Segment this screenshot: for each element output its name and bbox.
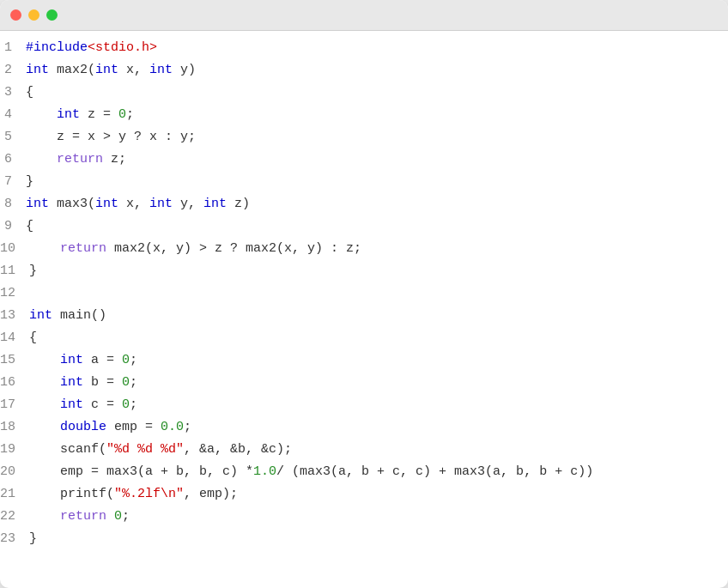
maximize-button[interactable] xyxy=(46,9,58,21)
line-number: 14 xyxy=(0,330,29,345)
token: return xyxy=(60,241,106,256)
token: int xyxy=(57,107,80,122)
code-line: 12 xyxy=(0,285,728,307)
line-number: 10 xyxy=(0,241,29,256)
code-line: 20 emp = max3(a + b, b, c) *1.0/ (max3(a… xyxy=(0,464,728,486)
code-line: 3{ xyxy=(0,84,728,106)
token: int xyxy=(60,397,83,412)
line-content: scanf("%d %d %d", &a, &b, &c); xyxy=(29,442,292,457)
token: int xyxy=(149,63,173,77)
token: max2( xyxy=(49,63,95,77)
line-number: 8 xyxy=(0,197,26,211)
line-number: 4 xyxy=(0,107,26,122)
token xyxy=(29,241,60,256)
token: z = x > y ? x : y; xyxy=(26,130,196,144)
token: int xyxy=(26,197,49,211)
code-editor[interactable]: 1#include<stdio.h>2int max2(int x, int y… xyxy=(0,31,728,561)
token: ; xyxy=(122,509,130,524)
line-content: } xyxy=(26,174,33,189)
line-content: { xyxy=(26,219,33,233)
token: { xyxy=(26,219,33,233)
token: ; xyxy=(184,420,191,434)
token: b = xyxy=(83,375,122,390)
code-line: 23} xyxy=(0,530,728,553)
close-button[interactable] xyxy=(10,9,21,21)
token: { xyxy=(26,85,33,100)
code-line: 4 int z = 0; xyxy=(0,106,728,129)
line-number: 3 xyxy=(0,85,26,100)
line-content: emp = max3(a + b, b, c) *1.0/ (max3(a, b… xyxy=(29,464,593,479)
code-line: 7} xyxy=(0,173,728,196)
token: y, xyxy=(173,197,203,211)
code-line: 18 double emp = 0.0; xyxy=(0,419,728,441)
code-line: 13int main() xyxy=(0,307,728,330)
line-number: 12 xyxy=(0,286,29,300)
line-number: 13 xyxy=(0,308,29,323)
code-line: 21 printf("%.2lf\n", emp); xyxy=(0,486,728,508)
token: / (max3(a, b + c, c) + max3(a, b, b + c)… xyxy=(276,464,593,479)
token: 0 xyxy=(122,375,130,390)
token xyxy=(26,152,57,167)
token: ; xyxy=(130,375,137,390)
line-content: #include<stdio.h> xyxy=(26,40,157,55)
line-number: 1 xyxy=(0,40,26,55)
token: return xyxy=(60,509,106,524)
token: z = xyxy=(80,107,118,122)
line-content: int max3(int x, int y, int z) xyxy=(26,197,250,211)
line-content: int main() xyxy=(29,308,106,323)
token: double xyxy=(60,420,106,434)
code-line: 8int max3(int x, int y, int z) xyxy=(0,196,728,218)
token: 0.0 xyxy=(161,420,184,434)
code-line: 19 scanf("%d %d %d", &a, &b, &c); xyxy=(0,441,728,464)
code-line: 17 int c = 0; xyxy=(0,397,728,419)
line-number: 18 xyxy=(0,420,29,434)
line-content: return max2(x, y) > z ? max2(x, y) : z; xyxy=(29,241,361,256)
line-content: { xyxy=(29,330,37,345)
token: #include xyxy=(26,40,88,55)
line-number: 6 xyxy=(0,152,26,167)
line-number: 23 xyxy=(0,531,29,546)
line-number: 16 xyxy=(0,375,29,390)
line-content: z = x > y ? x : y; xyxy=(26,130,196,144)
token: max3( xyxy=(49,197,95,211)
line-content: int z = 0; xyxy=(26,107,134,122)
token: <stdio.h> xyxy=(88,40,157,55)
token: ; xyxy=(130,397,137,412)
token xyxy=(29,509,60,524)
line-content: return z; xyxy=(26,152,126,167)
code-line: 6 return z; xyxy=(0,151,728,173)
line-number: 19 xyxy=(0,442,29,457)
line-number: 21 xyxy=(0,487,29,501)
line-number: 5 xyxy=(0,130,26,144)
token: 0 xyxy=(122,397,130,412)
line-content: double emp = 0.0; xyxy=(29,420,191,434)
line-number: 15 xyxy=(0,353,29,367)
token: 1.0 xyxy=(253,464,276,479)
token: "%d %d %d" xyxy=(106,442,184,457)
minimize-button[interactable] xyxy=(28,9,39,21)
line-content: int b = 0; xyxy=(29,375,137,390)
line-number: 20 xyxy=(0,464,29,479)
token: emp = max3(a + b, b, c) * xyxy=(29,464,253,479)
token: 0 xyxy=(114,509,122,524)
token: int xyxy=(149,197,173,211)
token: ; xyxy=(126,107,134,122)
token xyxy=(29,397,60,412)
token: int xyxy=(95,197,118,211)
token: } xyxy=(29,531,37,546)
titlebar xyxy=(0,0,728,31)
line-number: 9 xyxy=(0,219,26,233)
code-line: 15 int a = 0; xyxy=(0,352,728,374)
token: 0 xyxy=(118,107,126,122)
line-content: } xyxy=(29,531,37,546)
code-line: 11} xyxy=(0,263,728,285)
line-number: 11 xyxy=(0,264,29,278)
token: scanf( xyxy=(29,442,106,457)
token xyxy=(29,353,60,367)
line-number: 22 xyxy=(0,509,29,524)
token: } xyxy=(26,174,33,189)
token: int xyxy=(26,63,49,77)
token: 0 xyxy=(122,353,130,367)
code-line: 9{ xyxy=(0,218,728,240)
line-content: int max2(int x, int y) xyxy=(26,63,196,77)
